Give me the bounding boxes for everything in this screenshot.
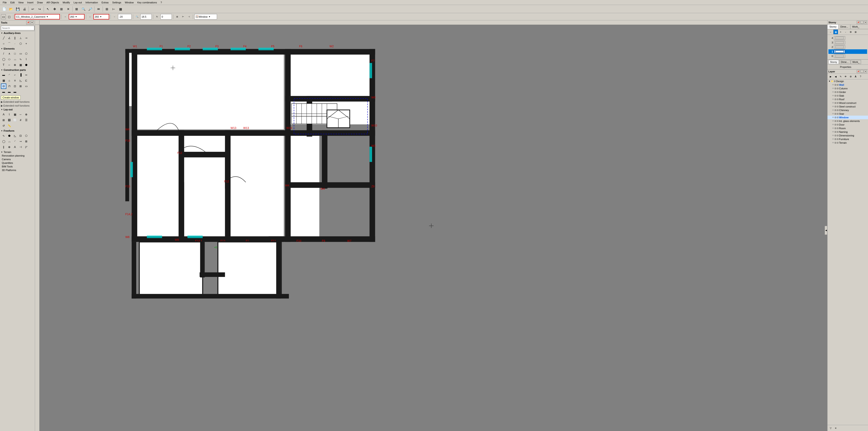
layer-edit-btn[interactable]: ✎ <box>838 74 843 79</box>
storey-level-0[interactable]: 0 <box>829 54 867 58</box>
tool-offset[interactable]: # <box>18 117 23 123</box>
tool-circle-aux[interactable]: ○ <box>1 41 6 47</box>
tool-window2[interactable]: ⊞ <box>18 84 23 89</box>
snap-grid-button[interactable]: ⊞ <box>104 6 110 12</box>
layer-design-group[interactable]: ▼ 📁 ⊡ Design <box>828 79 868 83</box>
tool-wall-elem[interactable]: / <box>1 51 6 56</box>
save-button[interactable]: 💾 <box>14 6 21 12</box>
tool-void[interactable]: ⊡ <box>12 84 18 89</box>
tool-ext3[interactable]: ▬ <box>12 89 18 94</box>
tool-wall3[interactable]: ▭ <box>24 84 29 89</box>
storey-level-3[interactable]: 3 <box>829 40 867 45</box>
tool-custom[interactable]: ⬟ <box>24 62 29 68</box>
menu-view[interactable]: View <box>17 1 26 4</box>
tool-ext1[interactable]: ▬ <box>1 89 6 94</box>
zoom-in-button[interactable]: 🔍 <box>80 6 87 12</box>
width2-input-container[interactable]: 260 ▼ <box>93 14 109 20</box>
sidebar-3d-platforms[interactable]: 3D Platforms <box>0 168 35 172</box>
storey-go-left-btn[interactable]: ← <box>829 30 833 34</box>
menu-key-combinations[interactable]: Key combinations <box>135 1 159 4</box>
layer-chimney[interactable]: 👁 ⊡ ⊡ Chimney <box>828 108 868 112</box>
zoom-all-button[interactable]: ⊠ <box>73 6 80 12</box>
tool-wall-poly[interactable]: ⌐ <box>12 72 18 78</box>
menu-ar-objects[interactable]: AR Objects <box>45 1 61 4</box>
section-freeform[interactable]: Freeform <box>0 129 35 133</box>
layer-close-btn[interactable]: ✕ <box>864 70 867 73</box>
tool-slab[interactable]: ▩ <box>1 78 6 83</box>
open-button[interactable]: 📂 <box>8 6 14 12</box>
tool-dim-layout[interactable]: ↔ <box>18 112 23 117</box>
tool-text-elem[interactable]: T <box>1 62 6 68</box>
delete-button[interactable]: ✕ <box>65 6 71 12</box>
tool-poly-elem[interactable]: ⬠ <box>24 51 29 56</box>
element-name-dropdown-icon[interactable]: ▼ <box>46 16 49 18</box>
layer-naming[interactable]: 👁 ⊡ ⊡ Naming <box>828 130 868 134</box>
right-panel-collapse-btn[interactable]: ◀ <box>825 226 827 235</box>
tool-ff15[interactable]: ◸ <box>24 144 29 150</box>
tool-hatch2[interactable]: ▦ <box>12 112 18 117</box>
layer-wall[interactable]: 👁 ⊡ ⊡ Wall <box>828 83 868 87</box>
tool-rect-hollow[interactable]: ▭ <box>18 51 23 56</box>
layer-alpha-btn[interactable]: A <box>853 74 858 79</box>
level-4-icon[interactable] <box>834 36 845 40</box>
tool-wall-straight[interactable]: ▬ <box>1 72 6 78</box>
properties-tab-label[interactable]: Properties <box>828 65 864 69</box>
mirror-options-btn[interactable]: ⊣ <box>186 14 191 19</box>
panel-close-btn[interactable]: ✕ <box>30 21 34 24</box>
panel-pin-btn[interactable]: 📌 <box>26 21 30 24</box>
menu-modify[interactable]: Modify <box>61 1 72 4</box>
width1-input-container[interactable]: 260 ▼ <box>69 14 85 20</box>
tool-viewport[interactable]: ⬜ <box>12 117 18 123</box>
print-button[interactable]: 🖨 <box>21 6 28 12</box>
snap-options-btn[interactable]: ⊞ <box>175 14 180 19</box>
level-0-icon[interactable] <box>834 54 845 58</box>
new-button[interactable]: 📄 <box>1 6 7 12</box>
storey-add-btn[interactable]: + <box>838 30 843 34</box>
section-auxiliary-lines[interactable]: Auxiliary-lines <box>0 31 35 35</box>
layer-column[interactable]: 👁 ⊡ ⊡ Column <box>828 87 868 90</box>
layer-expand-btn[interactable]: ▶ <box>829 74 833 79</box>
layer-steel-construct[interactable]: 👁 ⊡ ⊡ Steel construct <box>828 105 868 108</box>
section-elements[interactable]: Elements <box>0 47 35 51</box>
tool-ff6[interactable]: ◯ <box>1 139 6 144</box>
menu-settings[interactable]: Settings <box>111 1 123 4</box>
move-button[interactable]: ✥ <box>52 6 58 12</box>
sidebar-quantities[interactable]: Quantities <box>0 161 35 165</box>
storey-remove-btn[interactable]: - <box>843 30 848 34</box>
tool-leader[interactable]: ⌇ <box>6 112 12 117</box>
extended-wall-functions[interactable]: ▶ Extended wall functions <box>0 100 35 104</box>
tool-bezier-elem[interactable]: ⌇ <box>24 57 29 62</box>
tool-table[interactable]: ⊞ <box>1 117 6 123</box>
storey-active-btn[interactable]: ▦ <box>833 30 838 34</box>
offset-input[interactable] <box>118 14 131 20</box>
tool-dim-elem[interactable]: ↔ <box>6 62 12 68</box>
storey-level-4[interactable]: 4 <box>829 36 867 40</box>
layer-door[interactable]: 👁 ⊡ ⊡ Door <box>828 123 868 126</box>
bottom-tab-dime[interactable]: Dime... <box>839 60 850 64</box>
level-2-icon[interactable] <box>834 45 845 49</box>
tool-parallel[interactable]: ∥ <box>12 35 18 41</box>
ortho-options-btn[interactable]: ⊢ <box>181 14 186 19</box>
tool-zigzag[interactable]: ∧ <box>6 51 12 56</box>
tool-arc-aux[interactable]: ⌒ <box>6 41 12 47</box>
section-construction[interactable]: Construction parts <box>0 68 35 72</box>
layer-girder[interactable]: 👁 ⊡ ⊡ Girder <box>828 90 868 94</box>
tool-ff1[interactable]: ∿ <box>1 133 6 139</box>
menu-window[interactable]: Window <box>123 1 135 4</box>
width2-dropdown-icon[interactable]: ▼ <box>100 16 102 18</box>
tool-point[interactable]: · <box>12 41 18 47</box>
tool-beam[interactable]: ═ <box>24 72 29 78</box>
width1-dropdown-icon[interactable]: ▼ <box>75 16 77 18</box>
section-terrain[interactable]: Terrain <box>0 150 35 154</box>
ortho-button[interactable]: ⊢ <box>111 6 117 12</box>
tool-ext2[interactable]: ▬ <box>6 89 12 94</box>
layer-collapse-btn[interactable]: ◀ <box>833 74 838 79</box>
tool-perp[interactable]: ⊥ <box>18 35 23 41</box>
tool-ff4[interactable]: ⊡ <box>18 133 23 139</box>
menu-information[interactable]: Information <box>84 1 100 4</box>
tool-opening[interactable]: ⊏ <box>24 78 29 83</box>
layer-visibility-btn[interactable]: 👁 <box>843 74 848 79</box>
storey-pin-btn[interactable]: 📌 <box>857 21 860 24</box>
layer-slab[interactable]: 👁 ⊡ ⊡ Slab <box>828 94 868 97</box>
tool-symbol-elem[interactable]: ⊕ <box>12 62 18 68</box>
